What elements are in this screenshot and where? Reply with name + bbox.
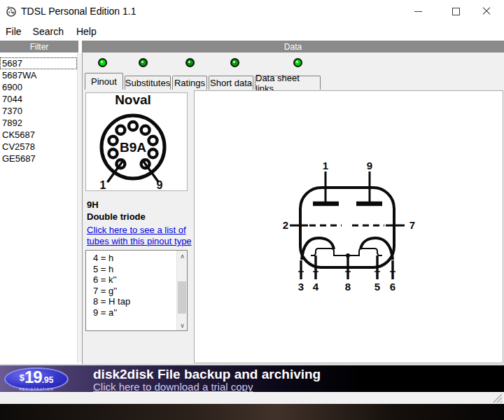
schematic-pin-1: 1 xyxy=(323,160,328,172)
schematic-pin-6: 6 xyxy=(390,281,396,293)
pinout-code: 9H xyxy=(87,200,99,210)
schematic-pin-3: 3 xyxy=(298,281,304,293)
pinout-type-link-line1: Click here to see a list of xyxy=(87,225,192,236)
schematic-pin-9: 9 xyxy=(367,160,372,172)
pinout-type-link[interactable]: Click here to see a list of tubes with t… xyxy=(87,225,192,247)
banner-text-block: disk2disk File backup and archiving Clic… xyxy=(93,367,321,393)
device-type: Double triode xyxy=(87,211,146,222)
list-item[interactable]: GE5687 xyxy=(0,153,77,164)
schematic-pin-4: 4 xyxy=(313,281,319,293)
window-title: TDSL Personal Edition 1.1 xyxy=(21,6,136,17)
base-pin1-label: 1 xyxy=(100,179,106,190)
tube-schematic: 1 9 2 7 3 4 8 5 xyxy=(280,160,420,297)
price-cents: .95 xyxy=(42,375,54,385)
minimize-button[interactable] xyxy=(402,0,434,22)
status-led-pinout xyxy=(98,58,107,67)
pin-row[interactable]: 4 = h xyxy=(86,253,176,264)
pin-assignment-rows: 4 = h 5 = h 6 = k'' 7 = g'' 8 = H tap 9 … xyxy=(86,253,176,318)
maximize-icon xyxy=(452,8,460,15)
list-item[interactable]: 7892 xyxy=(0,117,77,129)
app-icon xyxy=(6,6,17,17)
tab-ratings[interactable]: Ratings xyxy=(172,76,207,90)
resize-grip-icon[interactable] xyxy=(493,393,503,403)
scroll-up-icon[interactable]: ∧ xyxy=(177,251,188,261)
close-button[interactable] xyxy=(470,0,503,22)
list-item[interactable]: 5687WA xyxy=(0,69,77,81)
data-panel: Pinout Substitutes Ratings Short data Da… xyxy=(82,52,504,364)
status-led-substitutes xyxy=(139,58,148,67)
schematic-pin-8: 8 xyxy=(345,281,351,293)
minimize-icon xyxy=(414,11,422,12)
price-badge[interactable]: $19.95 REGISTRATION xyxy=(4,368,69,391)
tab-pinout[interactable]: Pinout xyxy=(85,73,123,90)
pin-row[interactable]: 5 = h xyxy=(86,264,176,275)
list-item[interactable]: CK5687 xyxy=(0,129,77,141)
menu-search[interactable]: Search xyxy=(30,24,66,38)
banner-download-link[interactable]: Click here to download a trial copy xyxy=(93,382,321,393)
list-item-selected[interactable]: 5687 xyxy=(0,57,77,69)
menu-bar: File Search Help xyxy=(0,22,504,41)
list-item[interactable]: 7044 xyxy=(0,93,77,105)
desktop-background xyxy=(0,404,504,420)
maximize-button[interactable] xyxy=(440,0,472,22)
title-bar: TDSL Personal Edition 1.1 xyxy=(0,0,504,22)
base-type-label: Noval xyxy=(115,93,151,107)
menu-help[interactable]: Help xyxy=(74,24,99,38)
pinlist-scrollbar[interactable]: ∧ ∨ xyxy=(176,251,187,330)
noval-base-drawing: Noval B9A 1 9 xyxy=(86,93,187,190)
filter-header: Filter xyxy=(0,41,78,52)
price-dollar: $ xyxy=(20,372,24,383)
pin-row[interactable]: 7 = g'' xyxy=(86,286,176,297)
price-text: $19.95 xyxy=(6,370,67,388)
schematic-pin-5: 5 xyxy=(374,281,380,293)
banner-title: disk2disk File backup and archiving xyxy=(93,367,321,382)
schematic-pin-7: 7 xyxy=(410,219,415,231)
price-subtext: REGISTRATION xyxy=(6,388,67,391)
close-icon xyxy=(482,7,491,15)
tab-data-sheet-links[interactable]: Data sheet links xyxy=(255,76,321,90)
list-item[interactable]: 6900 xyxy=(0,81,77,93)
tube-filter-list: 5687 5687WA 6900 7044 7370 7892 CK5687 C… xyxy=(0,53,77,363)
list-item[interactable]: 7370 xyxy=(0,105,77,117)
base-code-label: B9A xyxy=(120,140,146,155)
pinout-type-link-line2: tubes with this pinout type xyxy=(87,236,192,247)
schematic-pin-2: 2 xyxy=(283,219,288,231)
list-item[interactable]: CV2578 xyxy=(0,141,77,153)
base-pin9-label: 9 xyxy=(157,179,163,190)
pin-row[interactable]: 8 = H tap xyxy=(86,296,176,307)
tab-short-data[interactable]: Short data xyxy=(209,76,253,90)
status-led-short-data xyxy=(230,58,239,67)
scroll-down-icon[interactable]: ∨ xyxy=(177,320,188,330)
pin-row[interactable]: 6 = k'' xyxy=(86,274,176,286)
status-led-data-sheets xyxy=(293,58,302,67)
menu-file[interactable]: File xyxy=(3,24,24,38)
status-bar xyxy=(0,392,504,405)
status-led-ratings xyxy=(186,58,195,67)
price-main: 19 xyxy=(24,368,42,386)
pin-row[interactable]: 9 = a'' xyxy=(86,307,176,318)
scrollbar-thumb[interactable] xyxy=(178,281,186,314)
tab-substitutes[interactable]: Substitutes xyxy=(125,76,171,90)
ad-banner[interactable]: $19.95 REGISTRATION disk2disk File backu… xyxy=(0,364,504,393)
pin-assignment-listbox: 4 = h 5 = h 6 = k'' 7 = g'' 8 = H tap 9 … xyxy=(85,250,188,331)
tube-base-diagram: Noval B9A 1 9 xyxy=(85,92,188,191)
data-header: Data xyxy=(82,41,504,52)
schematic-panel: 1 9 2 7 3 4 8 5 xyxy=(194,90,503,363)
